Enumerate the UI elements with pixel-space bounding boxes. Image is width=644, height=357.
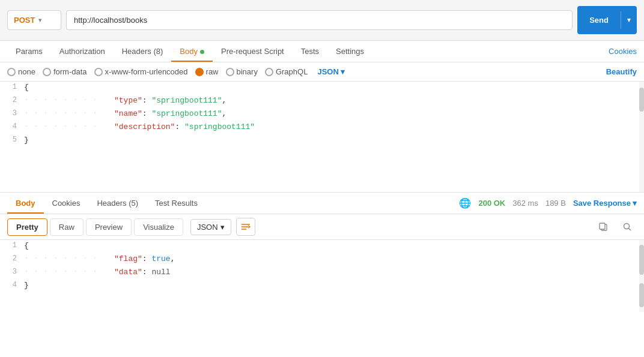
- body-type-bar: none form-data x-www-form-urlencoded raw…: [0, 62, 644, 82]
- resp-pretty-button[interactable]: Pretty: [7, 218, 47, 236]
- radio-binary-label: binary: [237, 67, 258, 76]
- tab-tests[interactable]: Tests: [293, 41, 327, 62]
- resp-linenum-2: 2: [0, 253, 24, 263]
- tab-headers[interactable]: Headers (8): [114, 41, 172, 62]
- search-icon: [622, 222, 632, 232]
- json-type-selector[interactable]: JSON ▾: [317, 67, 344, 76]
- json-type-label: JSON: [317, 67, 338, 76]
- tab-settings[interactable]: Settings: [327, 41, 372, 62]
- search-response-button[interactable]: [618, 218, 637, 236]
- resp-tab-body[interactable]: Body: [7, 193, 44, 214]
- req-dots-2: · · · · · · · ·: [24, 95, 114, 104]
- resp-linenum-4: 4: [0, 280, 24, 289]
- resp-line-3: 3 · · · · · · · · "data": null: [0, 266, 644, 280]
- resp-dots-2: · · · · · · · ·: [24, 253, 114, 263]
- req-linenum-1: 1: [0, 82, 24, 91]
- radio-form-data-label: form-data: [53, 67, 87, 76]
- resp-preview-button[interactable]: Preview: [86, 218, 132, 236]
- wrap-lines-icon: [241, 223, 251, 231]
- save-response-button[interactable]: Save Response ▾: [573, 199, 637, 208]
- response-type-bar: Pretty Raw Preview Visualize JSON ▾: [0, 214, 644, 240]
- resp-tab-cookies[interactable]: Cookies: [44, 193, 89, 214]
- radio-none-circle: [7, 68, 16, 76]
- save-response-label: Save Response: [573, 199, 631, 208]
- req-content-1: {: [24, 82, 644, 92]
- tab-body[interactable]: Body: [171, 41, 213, 62]
- radio-binary-circle: [226, 68, 234, 76]
- request-tabs: Params Authorization Headers (8) Body Pr…: [0, 41, 644, 62]
- radio-none-label: none: [18, 67, 35, 76]
- resp-dots-3: · · · · · · · ·: [24, 266, 114, 276]
- svg-point-5: [624, 224, 630, 229]
- response-action-icons: [594, 218, 637, 236]
- req-dots-3: · · · · · · · ·: [24, 108, 114, 118]
- request-body-editor[interactable]: 1 { 2 · · · · · · · · "type": "springboo…: [0, 82, 644, 193]
- send-label: Send: [577, 11, 621, 29]
- url-input[interactable]: [66, 10, 573, 30]
- response-code-lines: 1 { 2 · · · · · · · · "flag": true, 3 · …: [0, 240, 644, 293]
- radio-graphql-circle: [265, 68, 273, 76]
- resp-raw-button[interactable]: Raw: [50, 218, 84, 236]
- method-label: POST: [14, 16, 35, 25]
- status-time: 362 ms: [512, 199, 538, 208]
- req-content-5: }: [24, 134, 644, 145]
- tab-authorization[interactable]: Authorization: [51, 41, 114, 62]
- body-active-dot: [200, 50, 204, 54]
- response-status-bar: 🌐 200 OK 362 ms 189 B Save Response ▾: [459, 197, 637, 209]
- req-linenum-4: 4: [0, 121, 24, 131]
- resp-tab-headers[interactable]: Headers (5): [88, 193, 147, 214]
- resp-linenum-3: 3: [0, 266, 24, 276]
- request-code-lines: 1 { 2 · · · · · · · · "type": "springboo…: [0, 82, 644, 148]
- url-bar: POST ▾ Send ▾: [0, 0, 644, 41]
- tab-pre-request-script[interactable]: Pre-request Script: [213, 41, 293, 62]
- radio-none[interactable]: none: [7, 67, 35, 76]
- radio-raw-label: raw: [206, 67, 219, 76]
- resp-tab-test-results[interactable]: Test Results: [147, 193, 206, 214]
- radio-graphql-label: GraphQL: [276, 67, 308, 76]
- radio-raw-dot: [195, 68, 204, 76]
- radio-graphql[interactable]: GraphQL: [265, 67, 308, 76]
- req-content-2: "type": "springboot111",: [114, 95, 644, 105]
- globe-icon: 🌐: [459, 197, 471, 209]
- resp-json-selector[interactable]: JSON ▾: [190, 219, 231, 235]
- req-line-4: 4 · · · · · · · · "description": "spring…: [0, 121, 644, 134]
- json-type-chevron-icon: ▾: [341, 67, 345, 76]
- req-dots-4: · · · · · · · ·: [24, 121, 114, 131]
- radio-raw[interactable]: raw: [195, 67, 219, 76]
- req-linenum-2: 2: [0, 95, 24, 104]
- copy-response-button[interactable]: [594, 218, 613, 236]
- radio-binary[interactable]: binary: [226, 67, 258, 76]
- resp-line-4: 4 }: [0, 280, 644, 293]
- resp-content-1: {: [24, 240, 644, 250]
- beautify-button[interactable]: Beautify: [606, 67, 637, 76]
- request-editor-scrollbar[interactable]: [639, 82, 644, 192]
- cookies-link[interactable]: Cookies: [609, 41, 637, 62]
- response-tabs: Body Cookies Headers (5) Test Results 🌐 …: [0, 193, 644, 214]
- send-dropdown-icon[interactable]: ▾: [621, 11, 637, 29]
- radio-form-data-circle: [43, 68, 51, 76]
- method-selector[interactable]: POST ▾: [7, 10, 61, 30]
- resp-line-1: 1 {: [0, 240, 644, 253]
- response-body-editor[interactable]: 1 { 2 · · · · · · · · "flag": true, 3 · …: [0, 240, 644, 312]
- response-editor-scrollbar[interactable]: [639, 240, 644, 312]
- send-button[interactable]: Send ▾: [577, 6, 637, 34]
- radio-urlencoded[interactable]: x-www-form-urlencoded: [94, 67, 188, 76]
- svg-rect-4: [600, 223, 605, 229]
- req-content-4: "description": "springboot111": [114, 121, 644, 131]
- resp-visualize-button[interactable]: Visualize: [134, 218, 183, 236]
- request-scroll-thumb: [639, 88, 644, 112]
- wrap-lines-button[interactable]: [236, 218, 255, 236]
- radio-urlencoded-label: x-www-form-urlencoded: [105, 67, 188, 76]
- req-line-2: 2 · · · · · · · · "type": "springboot111…: [0, 95, 644, 108]
- resp-content-2: "flag": true,: [114, 253, 644, 263]
- tab-params[interactable]: Params: [7, 41, 51, 62]
- resp-line-2: 2 · · · · · · · · "flag": true,: [0, 253, 644, 266]
- resp-linenum-1: 1: [0, 240, 24, 250]
- svg-line-6: [629, 229, 631, 231]
- save-response-chevron-icon: ▾: [633, 199, 637, 208]
- resp-content-4: }: [24, 280, 644, 290]
- resp-json-label: JSON: [197, 223, 218, 232]
- resp-scroll-thumb-top: [639, 245, 644, 275]
- req-line-5: 5 }: [0, 134, 644, 148]
- radio-form-data[interactable]: form-data: [43, 67, 87, 76]
